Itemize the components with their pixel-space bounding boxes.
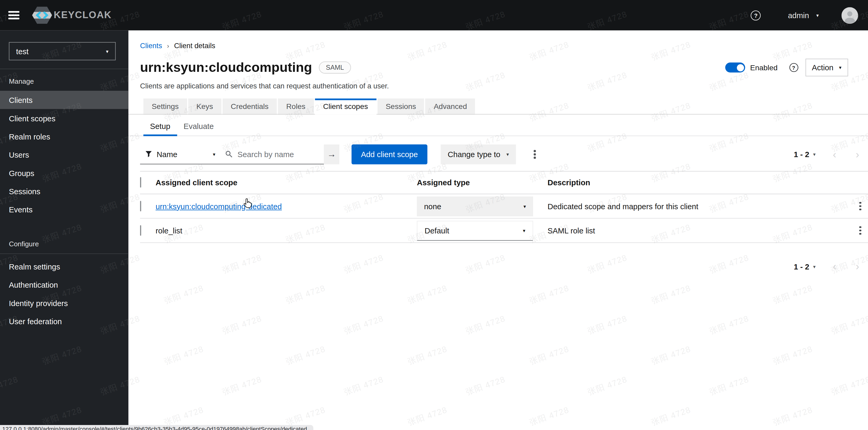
assigned-type-select[interactable]: Default▾ bbox=[417, 221, 533, 240]
sidebar-item-client-scopes[interactable]: Client scopes bbox=[0, 109, 128, 127]
avatar[interactable] bbox=[841, 7, 858, 24]
sidebar-item-realm-settings[interactable]: Realm settings bbox=[0, 257, 128, 275]
tab-client-scopes[interactable]: Client scopes bbox=[315, 98, 376, 114]
browser-status-bar: 127.0.0.1:8080/admin/master/console/#/te… bbox=[0, 425, 313, 430]
column-header: Description bbox=[548, 178, 853, 187]
pagination-next-icon[interactable]: › bbox=[856, 261, 859, 272]
tab-settings[interactable]: Settings bbox=[144, 98, 187, 114]
sidebar-item-groups[interactable]: Groups bbox=[0, 164, 128, 182]
enabled-label: Enabled bbox=[750, 63, 777, 72]
chevron-down-icon[interactable]: ▾ bbox=[813, 152, 816, 157]
nav-group-label-manage: Manage bbox=[0, 69, 128, 91]
action-dropdown[interactable]: Action ▾ bbox=[805, 59, 848, 76]
tab-keys[interactable]: Keys bbox=[188, 98, 221, 114]
hamburger-menu-icon[interactable] bbox=[8, 11, 20, 19]
arrow-right-icon: → bbox=[327, 150, 336, 160]
assigned-type-cell: Default▾ bbox=[417, 221, 547, 240]
sidebar: test ▾ ManageClientsClient scopesRealm r… bbox=[0, 31, 128, 430]
protocol-badge: SAML bbox=[318, 61, 351, 73]
change-type-label: Change type to bbox=[448, 150, 500, 159]
enabled-toggle[interactable] bbox=[725, 63, 745, 73]
chevron-down-icon: ▾ bbox=[106, 48, 109, 54]
toggle-knob bbox=[737, 64, 744, 71]
nav-group-label-configure: Configure bbox=[0, 232, 128, 254]
search-input[interactable] bbox=[237, 149, 319, 159]
status-url: 127.0.0.1:8080/admin/master/console/#/te… bbox=[2, 426, 313, 430]
realm-selector[interactable]: test ▾ bbox=[9, 42, 116, 60]
sidebar-item-users[interactable]: Users bbox=[0, 145, 128, 164]
change-type-dropdown[interactable]: Change type to ▾ bbox=[440, 144, 516, 164]
tab-credentials[interactable]: Credentials bbox=[222, 98, 277, 114]
topbar-right: ? admin ▾ bbox=[751, 7, 858, 24]
sidebar-nav: ManageClientsClient scopesRealm rolesUse… bbox=[0, 69, 128, 331]
sidebar-item-clients[interactable]: Clients bbox=[0, 91, 128, 109]
sidebar-item-events[interactable]: Events bbox=[0, 200, 128, 219]
pagination-range: 1 - 2 bbox=[794, 262, 809, 271]
breadcrumb-separator-icon: › bbox=[167, 42, 169, 49]
row-checkbox-cell bbox=[140, 201, 156, 211]
breadcrumb-clients-link[interactable]: Clients bbox=[140, 41, 162, 50]
sidebar-item-realm-roles[interactable]: Realm roles bbox=[0, 127, 128, 145]
filter-label: Name bbox=[157, 150, 178, 159]
subtab-evaluate[interactable]: Evaluate bbox=[177, 117, 220, 136]
search-submit-button[interactable]: → bbox=[324, 144, 339, 164]
row-kebab-cell bbox=[852, 200, 868, 212]
client-scopes-table: Assigned client scope Assigned type Desc… bbox=[140, 171, 868, 243]
scope-name-cell: urn:ksyun:cloudcomputing-dedicated bbox=[156, 201, 417, 211]
assigned-type-cell: none▾ bbox=[417, 196, 547, 216]
pagination-next-icon[interactable]: › bbox=[856, 149, 859, 160]
pagination-prev-icon[interactable]: ‹ bbox=[833, 149, 836, 160]
chevron-down-icon[interactable]: ▾ bbox=[813, 264, 816, 269]
tab-advanced[interactable]: Advanced bbox=[426, 98, 475, 114]
tabs: SettingsKeysCredentialsRolesClient scope… bbox=[144, 98, 868, 114]
pagination-bottom: 1 - 2 ▾ ‹ › bbox=[140, 261, 859, 272]
row-kebab-cell bbox=[852, 224, 868, 237]
client-scope-link[interactable]: urn:ksyun:cloudcomputing-dedicated bbox=[156, 202, 282, 210]
breadcrumb: Clients › Client details bbox=[140, 41, 868, 50]
assigned-type-select[interactable]: none▾ bbox=[417, 196, 533, 216]
chevron-down-icon: ▾ bbox=[506, 152, 509, 157]
scope-description: Dedicated scope and mappers for this cli… bbox=[548, 202, 853, 210]
row-kebab-icon[interactable] bbox=[856, 224, 865, 237]
chevron-down-icon[interactable]: ▾ bbox=[816, 12, 819, 18]
sidebar-item-sessions[interactable]: Sessions bbox=[0, 182, 128, 200]
help-icon[interactable]: ? bbox=[789, 63, 798, 72]
toolbar-kebab-icon[interactable] bbox=[530, 148, 539, 161]
row-checkbox[interactable] bbox=[140, 201, 141, 211]
filter-dropdown[interactable]: Name ▾ bbox=[140, 144, 221, 164]
tab-roles[interactable]: Roles bbox=[278, 98, 314, 114]
table-row: urn:ksyun:cloudcomputing-dedicatednone▾D… bbox=[140, 194, 868, 219]
chevron-down-icon: ▾ bbox=[839, 65, 842, 70]
row-kebab-icon[interactable] bbox=[856, 200, 865, 212]
row-checkbox-cell bbox=[140, 226, 156, 235]
global-help-icon[interactable]: ? bbox=[751, 10, 761, 20]
pagination-top: 1 - 2 ▾ ‹ › bbox=[794, 149, 859, 160]
user-menu[interactable]: admin bbox=[788, 11, 809, 20]
sidebar-item-identity-providers[interactable]: Identity providers bbox=[0, 294, 128, 312]
toolbar: Name ▾ → Add client scope Change type to… bbox=[140, 144, 868, 164]
header-controls: Enabled ? Action ▾ bbox=[725, 59, 848, 76]
sidebar-item-user-federation[interactable]: User federation bbox=[0, 312, 128, 330]
select-all-checkbox[interactable] bbox=[140, 177, 141, 188]
realm-name: test bbox=[16, 47, 28, 56]
row-checkbox[interactable] bbox=[140, 225, 141, 235]
divider bbox=[0, 254, 128, 254]
tab-sessions[interactable]: Sessions bbox=[377, 98, 424, 114]
search-box bbox=[221, 144, 324, 164]
header-checkbox-cell bbox=[140, 178, 156, 188]
subtabs: SetupEvaluate bbox=[144, 117, 868, 136]
table-header-row: Assigned client scope Assigned type Desc… bbox=[140, 172, 868, 194]
layout: test ▾ ManageClientsClient scopesRealm r… bbox=[0, 31, 868, 430]
brand-name: KEYCLOAK bbox=[54, 9, 112, 21]
chevron-down-icon: ▾ bbox=[523, 228, 526, 233]
subtab-setup[interactable]: Setup bbox=[144, 117, 177, 136]
keycloak-brand: KEYCLOAK bbox=[32, 7, 112, 24]
pagination-prev-icon[interactable]: ‹ bbox=[833, 261, 836, 272]
search-icon bbox=[225, 151, 232, 158]
scope-name-cell: role_list bbox=[156, 226, 417, 235]
add-client-scope-button[interactable]: Add client scope bbox=[351, 144, 427, 164]
screenshot-stage: KEYCLOAK ? admin ▾ test ▾ ManageClientsC… bbox=[0, 0, 868, 430]
column-header: Assigned type bbox=[417, 178, 547, 187]
page-title: urn:ksyun:cloudcomputing bbox=[140, 60, 312, 75]
sidebar-item-authentication[interactable]: Authentication bbox=[0, 275, 128, 294]
